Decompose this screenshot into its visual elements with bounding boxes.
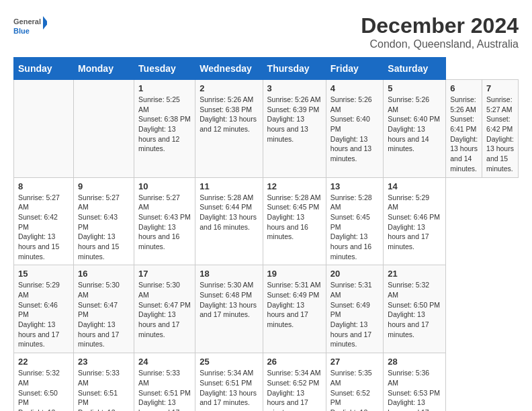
calendar-cell: 2Sunrise: 5:26 AMSunset: 6:38 PMDaylight… (195, 80, 263, 178)
day-number: 7 (486, 83, 514, 93)
day-info: Sunrise: 5:32 AMSunset: 6:50 PMDaylight:… (18, 368, 69, 411)
calendar-cell: 7Sunrise: 5:27 AMSunset: 6:42 PMDaylight… (482, 80, 519, 178)
calendar-week-row: 8Sunrise: 5:27 AMSunset: 6:42 PMDaylight… (14, 177, 519, 265)
calendar-cell: 19Sunrise: 5:31 AMSunset: 6:49 PMDayligh… (263, 265, 326, 353)
calendar-body: 1Sunrise: 5:25 AMSunset: 6:38 PMDaylight… (14, 80, 519, 412)
day-info: Sunrise: 5:34 AMSunset: 6:52 PMDaylight:… (267, 368, 322, 411)
day-number: 13 (330, 181, 379, 191)
day-number: 9 (78, 181, 130, 191)
day-info: Sunrise: 5:26 AMSunset: 6:39 PMDaylight:… (267, 95, 322, 144)
calendar-cell (14, 80, 74, 178)
calendar-subtitle: Condon, Queensland, Australia (361, 38, 519, 50)
day-info: Sunrise: 5:27 AMSunset: 6:43 PMDaylight:… (78, 193, 130, 262)
weekday-header-sunday: Sunday (14, 58, 74, 80)
calendar-week-row: 22Sunrise: 5:32 AMSunset: 6:50 PMDayligh… (14, 353, 519, 411)
day-info: Sunrise: 5:33 AMSunset: 6:51 PMDaylight:… (138, 368, 191, 411)
svg-text:Blue: Blue (13, 27, 30, 35)
calendar-cell: 17Sunrise: 5:30 AMSunset: 6:47 PMDayligh… (134, 265, 195, 353)
calendar-cell (74, 80, 134, 178)
calendar-cell: 8Sunrise: 5:27 AMSunset: 6:42 PMDaylight… (14, 177, 74, 265)
day-number: 4 (330, 83, 379, 93)
calendar-cell: 1Sunrise: 5:25 AMSunset: 6:38 PMDaylight… (134, 80, 195, 178)
day-info: Sunrise: 5:31 AMSunset: 6:49 PMDaylight:… (330, 280, 379, 349)
calendar-cell: 28Sunrise: 5:36 AMSunset: 6:53 PMDayligh… (384, 353, 446, 411)
calendar-cell: 23Sunrise: 5:33 AMSunset: 6:51 PMDayligh… (74, 353, 134, 411)
day-number: 20 (330, 269, 379, 279)
weekday-header-saturday: Saturday (384, 58, 446, 80)
svg-text:General: General (13, 17, 41, 26)
calendar-cell: 4Sunrise: 5:26 AMSunset: 6:40 PMDaylight… (326, 80, 383, 178)
day-info: Sunrise: 5:33 AMSunset: 6:51 PMDaylight:… (78, 368, 130, 411)
calendar-cell: 18Sunrise: 5:30 AMSunset: 6:48 PMDayligh… (195, 265, 263, 353)
calendar-cell: 5Sunrise: 5:26 AMSunset: 6:40 PMDaylight… (384, 80, 446, 178)
day-number: 21 (388, 269, 441, 279)
logo: General Blue (13, 13, 47, 40)
calendar-cell: 22Sunrise: 5:32 AMSunset: 6:50 PMDayligh… (14, 353, 74, 411)
calendar-cell: 3Sunrise: 5:26 AMSunset: 6:39 PMDaylight… (263, 80, 326, 178)
calendar-cell: 15Sunrise: 5:29 AMSunset: 6:46 PMDayligh… (14, 265, 74, 353)
title-area: December 2024 Condon, Queensland, Austra… (361, 13, 519, 50)
calendar-cell: 9Sunrise: 5:27 AMSunset: 6:43 PMDaylight… (74, 177, 134, 265)
day-info: Sunrise: 5:32 AMSunset: 6:50 PMDaylight:… (388, 280, 441, 339)
day-number: 10 (138, 181, 191, 191)
day-number: 14 (388, 181, 441, 191)
day-number: 12 (267, 181, 322, 191)
calendar-cell: 24Sunrise: 5:33 AMSunset: 6:51 PMDayligh… (134, 353, 195, 411)
day-number: 8 (18, 181, 69, 191)
day-info: Sunrise: 5:27 AMSunset: 6:43 PMDaylight:… (138, 193, 191, 252)
day-number: 27 (330, 357, 379, 367)
weekday-header-monday: Monday (74, 58, 134, 80)
day-number: 28 (388, 357, 441, 367)
day-number: 19 (267, 269, 322, 279)
weekday-header-friday: Friday (326, 58, 383, 80)
day-number: 6 (450, 83, 478, 93)
weekday-header-thursday: Thursday (263, 58, 326, 80)
day-number: 18 (200, 269, 258, 279)
day-number: 3 (267, 83, 322, 93)
day-info: Sunrise: 5:35 AMSunset: 6:52 PMDaylight:… (330, 368, 379, 411)
calendar-cell: 6Sunrise: 5:26 AMSunset: 6:41 PMDaylight… (446, 80, 482, 178)
day-info: Sunrise: 5:29 AMSunset: 6:46 PMDaylight:… (18, 280, 69, 349)
day-info: Sunrise: 5:25 AMSunset: 6:38 PMDaylight:… (138, 95, 191, 154)
day-info: Sunrise: 5:28 AMSunset: 6:45 PMDaylight:… (330, 193, 379, 262)
day-info: Sunrise: 5:27 AMSunset: 6:42 PMDaylight:… (486, 95, 514, 174)
calendar-cell: 10Sunrise: 5:27 AMSunset: 6:43 PMDayligh… (134, 177, 195, 265)
calendar-cell: 27Sunrise: 5:35 AMSunset: 6:52 PMDayligh… (326, 353, 383, 411)
day-info: Sunrise: 5:26 AMSunset: 6:38 PMDaylight:… (200, 95, 258, 134)
calendar-cell: 13Sunrise: 5:28 AMSunset: 6:45 PMDayligh… (326, 177, 383, 265)
svg-marker-2 (43, 16, 47, 30)
day-number: 23 (78, 357, 130, 367)
day-info: Sunrise: 5:36 AMSunset: 6:53 PMDaylight:… (388, 368, 441, 411)
day-info: Sunrise: 5:31 AMSunset: 6:49 PMDaylight:… (267, 280, 322, 329)
day-info: Sunrise: 5:26 AMSunset: 6:41 PMDaylight:… (450, 95, 478, 174)
calendar-cell: 21Sunrise: 5:32 AMSunset: 6:50 PMDayligh… (384, 265, 446, 353)
day-info: Sunrise: 5:30 AMSunset: 6:48 PMDaylight:… (200, 280, 258, 320)
day-info: Sunrise: 5:34 AMSunset: 6:51 PMDaylight:… (200, 368, 258, 408)
day-number: 22 (18, 357, 69, 367)
day-info: Sunrise: 5:27 AMSunset: 6:42 PMDaylight:… (18, 193, 69, 262)
day-info: Sunrise: 5:29 AMSunset: 6:46 PMDaylight:… (388, 193, 441, 252)
calendar-week-row: 1Sunrise: 5:25 AMSunset: 6:38 PMDaylight… (14, 80, 519, 178)
calendar-cell: 20Sunrise: 5:31 AMSunset: 6:49 PMDayligh… (326, 265, 383, 353)
weekday-header-wednesday: Wednesday (195, 58, 263, 80)
day-number: 17 (138, 269, 191, 279)
day-number: 11 (200, 181, 258, 191)
day-info: Sunrise: 5:26 AMSunset: 6:40 PMDaylight:… (388, 95, 441, 154)
calendar-cell: 25Sunrise: 5:34 AMSunset: 6:51 PMDayligh… (195, 353, 263, 411)
calendar-week-row: 15Sunrise: 5:29 AMSunset: 6:46 PMDayligh… (14, 265, 519, 353)
day-info: Sunrise: 5:30 AMSunset: 6:47 PMDaylight:… (138, 280, 191, 339)
day-info: Sunrise: 5:30 AMSunset: 6:47 PMDaylight:… (78, 280, 130, 349)
calendar-cell: 12Sunrise: 5:28 AMSunset: 6:45 PMDayligh… (263, 177, 326, 265)
page-header: General Blue December 2024 Condon, Queen… (13, 13, 519, 50)
day-number: 1 (138, 83, 191, 93)
logo-svg: General Blue (13, 13, 47, 40)
calendar-cell: 14Sunrise: 5:29 AMSunset: 6:46 PMDayligh… (384, 177, 446, 265)
day-number: 24 (138, 357, 191, 367)
calendar-title: December 2024 (361, 13, 519, 38)
day-info: Sunrise: 5:28 AMSunset: 6:45 PMDaylight:… (267, 193, 322, 242)
calendar-cell: 16Sunrise: 5:30 AMSunset: 6:47 PMDayligh… (74, 265, 134, 353)
calendar-table: SundayMondayTuesdayWednesdayThursdayFrid… (13, 57, 519, 411)
day-number: 5 (388, 83, 441, 93)
day-number: 2 (200, 83, 258, 93)
day-info: Sunrise: 5:28 AMSunset: 6:44 PMDaylight:… (200, 193, 258, 232)
